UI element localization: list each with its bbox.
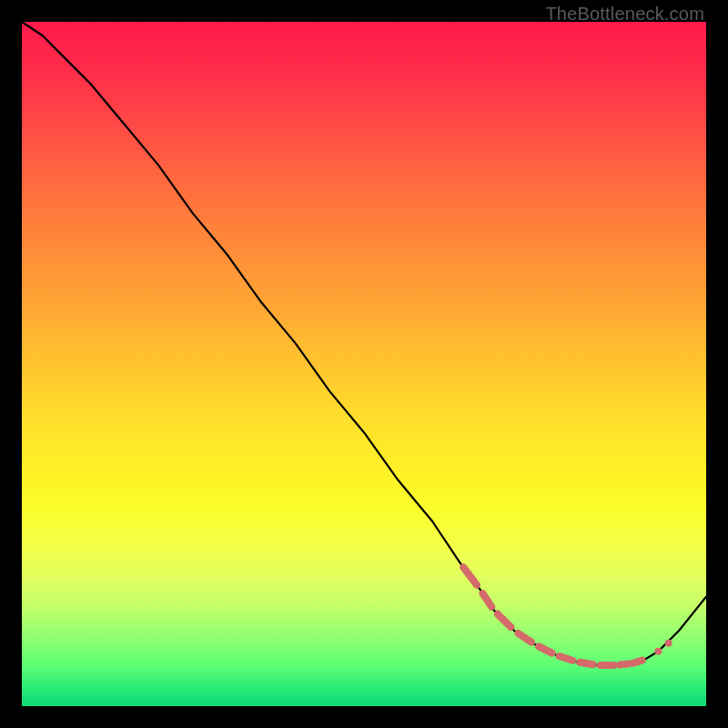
dash-segment <box>560 656 573 661</box>
dash-segment <box>498 614 511 627</box>
dash-segment <box>620 664 629 665</box>
dash-segment <box>539 646 551 652</box>
dash-dot <box>665 640 672 647</box>
plot-area <box>22 22 706 706</box>
attribution-label: TheBottleneck.com <box>545 4 704 25</box>
optimal-range-dashes <box>463 568 672 665</box>
chart-svg <box>22 22 706 706</box>
dash-dot <box>654 648 662 655</box>
chart-frame: TheBottleneck.com <box>0 0 728 728</box>
bottleneck-curve <box>22 22 706 665</box>
dash-segment <box>519 633 531 642</box>
dash-segment <box>463 568 477 585</box>
dash-segment <box>633 661 642 663</box>
dash-segment <box>580 662 592 664</box>
dash-segment <box>483 593 492 607</box>
